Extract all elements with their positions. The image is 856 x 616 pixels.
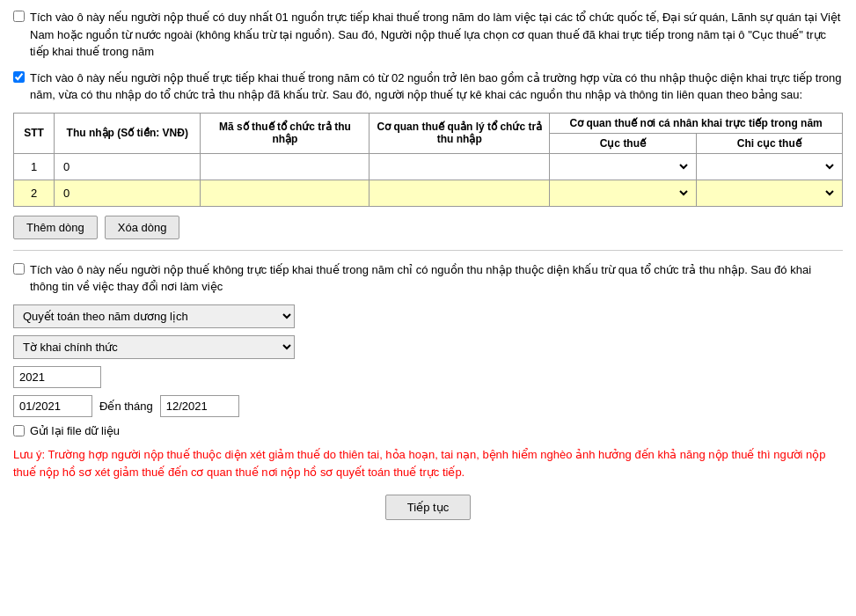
them-dong-button[interactable]: Thêm dòng: [13, 216, 98, 239]
input-thu-nhap-1[interactable]: [60, 158, 194, 175]
year-row: [13, 366, 843, 388]
input-ma-so-2[interactable]: [206, 185, 363, 202]
col-thu-nhap: Thu nhập (Số tiền: VNĐ): [55, 113, 201, 153]
cell-cuc-thue-1[interactable]: [550, 153, 696, 180]
col-ma-so: Mã số thuế tổ chức trả thu nhập: [201, 113, 369, 153]
den-thang-label: Đến tháng: [99, 400, 153, 413]
table-row: 2: [14, 180, 843, 206]
cell-co-quan-1[interactable]: [369, 153, 550, 180]
checkbox1-row: Tích vào ô này nếu người nộp thuế có duy…: [13, 9, 843, 61]
to-month-input[interactable]: [160, 395, 239, 417]
table-row: 1: [14, 153, 843, 180]
tiep-tuc-row: Tiếp tục: [13, 495, 843, 520]
col-co-quan-khai: Cơ quan thuế nơi cá nhân khai trực tiếp …: [550, 113, 843, 133]
checkbox2-row: Tích vào ô này nếu người nộp thuế trực t…: [13, 70, 843, 104]
checkbox2[interactable]: [13, 71, 25, 83]
gui-lai-row: Gửi lại file dữ liệu: [13, 424, 843, 437]
input-co-quan-2[interactable]: [375, 185, 544, 202]
checkbox3-row: Tích vào ô này nếu người nộp thuế không …: [13, 261, 843, 296]
tiep-tuc-button[interactable]: Tiếp tục: [385, 495, 471, 520]
gui-lai-label: Gửi lại file dữ liệu: [30, 424, 120, 437]
cell-ma-so-1[interactable]: [201, 153, 369, 180]
select-chi-cuc-2[interactable]: [702, 184, 837, 202]
cell-cuc-thue-2[interactable]: [550, 180, 696, 206]
gui-lai-checkbox[interactable]: [13, 425, 25, 436]
cell-stt-2: 2: [14, 180, 55, 206]
table-buttons: Thêm dòng Xóa dòng: [13, 216, 843, 239]
col-stt: STT: [14, 113, 55, 153]
dropdown2-select[interactable]: Tờ khai chính thức Tờ khai bổ sung: [13, 335, 295, 359]
checkbox2-label: Tích vào ô này nếu người nộp thuế trực t…: [30, 70, 843, 104]
xoa-dong-button[interactable]: Xóa dòng: [105, 216, 180, 239]
month-row: Đến tháng: [13, 395, 843, 417]
from-month-input[interactable]: [13, 395, 92, 417]
input-ma-so-1[interactable]: [206, 158, 363, 175]
year-input[interactable]: [13, 366, 101, 388]
cell-chi-cuc-1[interactable]: [696, 153, 842, 180]
col-co-quan-quan-ly: Cơ quan thuế quản lý tổ chức trả thu nhậ…: [369, 113, 550, 153]
checkbox3[interactable]: [13, 263, 25, 275]
select-chi-cuc-1[interactable]: [702, 158, 837, 176]
checkbox1[interactable]: [13, 11, 25, 22]
dropdown1-select[interactable]: Quyết toán theo năm dương lịch Quyết toá…: [13, 304, 295, 328]
col-cuc-thue: Cục thuế: [550, 133, 696, 153]
divider: [13, 250, 843, 251]
income-table: STT Thu nhập (Số tiền: VNĐ) Mã số thuế t…: [13, 113, 843, 207]
checkbox1-label: Tích vào ô này nếu người nộp thuế có duy…: [30, 9, 843, 61]
dropdown2-row: Tờ khai chính thức Tờ khai bổ sung: [13, 335, 843, 359]
select-cuc-thue-2[interactable]: [555, 184, 690, 202]
col-chi-cuc: Chi cục thuế: [696, 133, 842, 153]
input-thu-nhap-2[interactable]: [60, 185, 194, 202]
cell-stt-1: 1: [14, 153, 55, 180]
checkbox3-label: Tích vào ô này nếu người nộp thuế không …: [30, 261, 843, 296]
cell-co-quan-2[interactable]: [369, 180, 550, 206]
dropdown1-row: Quyết toán theo năm dương lịch Quyết toá…: [13, 304, 843, 328]
cell-thu-nhap-1[interactable]: [55, 153, 201, 180]
input-co-quan-1[interactable]: [375, 158, 544, 175]
cell-chi-cuc-2[interactable]: [696, 180, 842, 206]
cell-thu-nhap-2[interactable]: [55, 180, 201, 206]
select-cuc-thue-1[interactable]: [555, 158, 690, 176]
warning-text: Lưu ý: Trường hợp người nộp thuế thuộc d…: [13, 446, 843, 483]
cell-ma-so-2[interactable]: [201, 180, 369, 206]
